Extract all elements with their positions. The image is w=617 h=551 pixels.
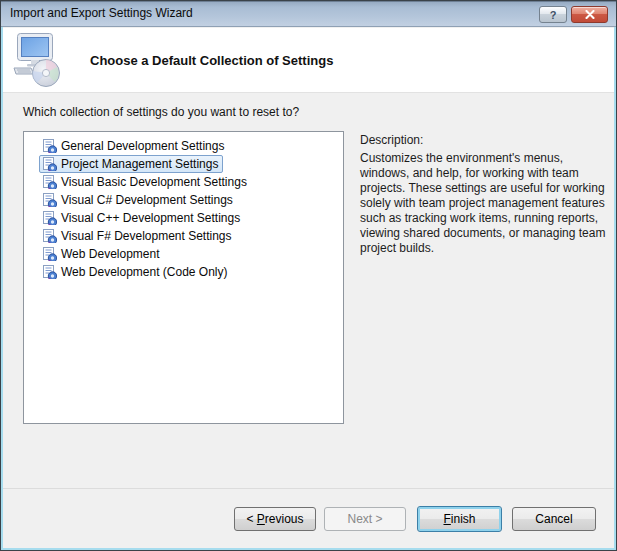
list-item-selected[interactable]: Project Management Settings: [39, 155, 343, 173]
list-item[interactable]: General Development Settings: [39, 137, 343, 155]
settings-icon: [42, 175, 57, 189]
help-button[interactable]: ?: [539, 6, 567, 23]
list-item[interactable]: Web Development: [39, 245, 343, 263]
cancel-label: Cancel: [535, 512, 572, 526]
description-heading: Description:: [360, 133, 610, 147]
finish-button[interactable]: Finish: [417, 506, 502, 532]
next-button[interactable]: Next >: [324, 507, 406, 531]
list-item-label: Web Development: [61, 247, 160, 261]
list-item-label: Visual C++ Development Settings: [61, 211, 240, 225]
close-button[interactable]: [571, 6, 608, 23]
computer-cd-icon: [11, 31, 67, 89]
close-icon: [585, 10, 595, 19]
description-panel: Description: Customizes the environment'…: [360, 133, 610, 256]
previous-button[interactable]: < Previous: [234, 507, 316, 531]
previous-label-rest: revious: [265, 512, 304, 526]
previous-label-prefix: <: [246, 512, 256, 526]
finish-label-rest: inish: [451, 512, 476, 526]
cancel-button[interactable]: Cancel: [512, 507, 596, 531]
list-item[interactable]: Visual Basic Development Settings: [39, 173, 343, 191]
settings-icon: [42, 265, 57, 279]
list-item-label: Project Management Settings: [61, 157, 218, 171]
settings-icon: [42, 139, 57, 153]
page-title: Choose a Default Collection of Settings: [90, 53, 333, 68]
description-text: Customizes the environment's menus, wind…: [360, 151, 610, 256]
settings-icon: [42, 193, 57, 207]
wizard-header: Choose a Default Collection of Settings: [2, 28, 615, 93]
settings-icon: [42, 247, 57, 261]
settings-icon: [42, 211, 57, 225]
settings-icon: [42, 157, 57, 171]
list-item-label: Visual C# Development Settings: [61, 193, 233, 207]
wizard-window: Import and Export Settings Wizard ?: [0, 0, 617, 551]
list-item-label: Visual Basic Development Settings: [61, 175, 247, 189]
title-bar[interactable]: Import and Export Settings Wizard ?: [1, 1, 616, 27]
next-label: Next >: [347, 512, 382, 526]
list-item[interactable]: Visual C# Development Settings: [39, 191, 343, 209]
footer-divider: [2, 488, 615, 489]
list-item-label: Visual F# Development Settings: [61, 229, 232, 243]
settings-icon: [42, 229, 57, 243]
settings-listbox[interactable]: General Development Settings Project Man…: [23, 131, 344, 424]
list-item[interactable]: Visual F# Development Settings: [39, 227, 343, 245]
help-icon: ?: [550, 9, 557, 21]
titlebar-buttons: ?: [539, 6, 608, 23]
previous-label-mnemonic: P: [257, 512, 265, 526]
list-item-label: Web Development (Code Only): [61, 265, 228, 279]
window-title: Import and Export Settings Wizard: [10, 1, 193, 26]
list-item-label: General Development Settings: [61, 139, 224, 153]
list-item[interactable]: Web Development (Code Only): [39, 263, 343, 281]
finish-label-mnemonic: F: [443, 512, 450, 526]
question-label: Which collection of settings do you want…: [23, 105, 299, 119]
list-item[interactable]: Visual C++ Development Settings: [39, 209, 343, 227]
